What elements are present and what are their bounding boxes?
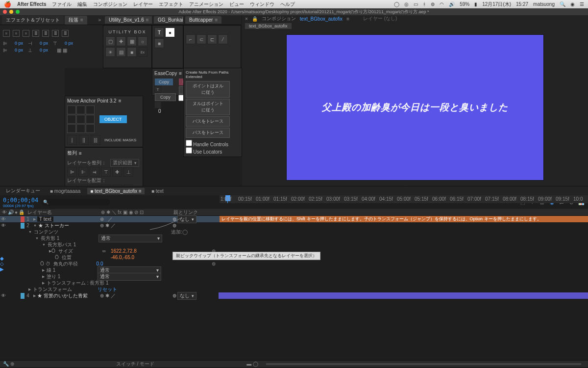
anchor-x1[interactable]: | <box>67 135 77 145</box>
panel-menu-icon[interactable]: » <box>98 17 101 23</box>
util-btn-7[interactable]: ■ <box>127 47 137 57</box>
display-icon[interactable]: ▭ <box>414 1 418 7</box>
paragraph-tab[interactable]: 段落 ≡ <box>65 16 87 25</box>
time-ruler[interactable]: 1:00f 00:15f 01:00f 01:15f 02:00f 02:15f… <box>220 195 588 203</box>
comp-back-icon[interactable]: × <box>245 16 248 22</box>
layer-rectpath[interactable]: ▼ 長方形パス 1 <box>0 241 588 248</box>
indent-left[interactable]: 0 px <box>15 41 23 46</box>
align-right-icon[interactable]: ≡ <box>23 30 29 37</box>
util-btn-3[interactable]: ▦ <box>127 36 137 46</box>
utility-tab[interactable]: Utility_Box_v1.6 ≡ <box>105 16 153 24</box>
search-icon[interactable]: 🔍 <box>560 1 565 7</box>
wifi2-icon[interactable]: ◠ <box>440 1 444 7</box>
tl-tab-text[interactable]: ■ text <box>148 188 167 194</box>
user[interactable]: matsuong <box>533 1 555 7</box>
layer-fill[interactable]: ▶ 塗り 1 通常 ▾ <box>0 273 588 280</box>
timeline-zoom-slider[interactable] <box>266 363 581 365</box>
comp-name[interactable]: text_BGbox_autofix <box>300 16 343 22</box>
bluetooth-icon[interactable]: ᚼ <box>423 1 426 7</box>
anchor-tr[interactable] <box>86 105 95 114</box>
justify-right-icon[interactable]: ≣ <box>52 30 59 37</box>
align-top-btn[interactable]: ⊤ <box>101 167 111 177</box>
zoom-out-icon[interactable]: ▬ ◯ <box>246 361 258 367</box>
toggle-switches-icon[interactable]: 🔧 ⊕ <box>3 361 14 367</box>
time[interactable]: 15:27 <box>516 1 528 7</box>
parent-dropdown-4[interactable]: なし ▾ <box>177 292 196 300</box>
wifi-icon[interactable]: ⊚ <box>431 1 435 7</box>
menu-composition[interactable]: コンポジション <box>93 1 127 8</box>
window-minimize[interactable] <box>9 10 13 14</box>
tl-tab-autofix[interactable]: ■ text_BGbox_autofix ≡ <box>87 188 145 194</box>
null-btn-4[interactable]: パスをトレース <box>186 128 230 138</box>
gg-bunkai-tab[interactable]: GG_Bunkai <box>154 16 187 24</box>
layer-transform-rect[interactable]: ▶ トランスフォーム : 長方形 1 <box>0 280 588 286</box>
anchor-object-btn[interactable]: OBJECT <box>99 115 127 123</box>
menu-animation[interactable]: アニメーション <box>189 1 223 8</box>
layer-contents[interactable]: ▼ コンテンツ 追加: ◯ <box>0 229 588 235</box>
notif-icon[interactable]: ☰ <box>580 1 584 7</box>
anchor-bc[interactable] <box>76 124 85 133</box>
cap-butt-icon[interactable]: ⌐ <box>186 34 196 44</box>
apple-icon[interactable]: 🍎 <box>4 1 11 8</box>
locator-check[interactable] <box>186 147 192 154</box>
parent-dropdown-1[interactable]: なし ▾ <box>177 215 196 223</box>
ease-t-btn[interactable]: T <box>154 86 161 93</box>
null-btn-3[interactable]: パスをトレース <box>186 116 230 127</box>
comp-chip[interactable]: text_BGbox_autofix <box>245 23 292 29</box>
space-after[interactable]: 0 px <box>40 48 48 53</box>
space-before[interactable]: 0 px <box>65 41 73 46</box>
gg-text-icon[interactable]: T <box>154 27 164 37</box>
gg-square-icon[interactable]: ■ <box>154 38 164 48</box>
align-center-icon[interactable]: ≡ <box>13 30 20 37</box>
anchor-x2[interactable]: || <box>79 135 89 145</box>
buttcapper-tab[interactable]: Buttcapper ≡ <box>185 16 221 24</box>
cap-square-icon[interactable]: ⊏ <box>207 34 217 44</box>
battery-icon[interactable]: ▮ <box>474 1 477 7</box>
menu-window[interactable]: ウィンドウ <box>250 1 274 8</box>
anchor-tc[interactable] <box>76 105 85 114</box>
circle-icon[interactable]: ◯ <box>394 1 399 7</box>
cap-link-icon[interactable]: ⁄ <box>218 34 228 44</box>
prop-roundness[interactable]: ◆ ◇ ▶ Ö ⏱ 角丸の半径 0.0 ⊚ <box>0 261 588 267</box>
include-masks[interactable]: INCLUDE MASKS <box>104 138 136 142</box>
anchor-ml[interactable] <box>67 115 76 124</box>
canvas[interactable]: 父上殿の加齢臭が今日は一段と臭いました <box>287 35 543 180</box>
switch-mode-toggle[interactable]: スイッチ / モード <box>116 361 154 368</box>
align-right-btn[interactable]: ⫤ <box>90 167 99 177</box>
null-btn-2[interactable]: ヌルはポイントに従う <box>186 99 230 115</box>
tl-tab-mogrt[interactable]: ■ mogrtaaaaa <box>47 188 83 194</box>
fx-preset-tab[interactable]: エフェクト＆プリセット <box>2 16 64 25</box>
siri-icon[interactable]: ◉ <box>570 1 575 7</box>
comp-lock-icon[interactable]: 🔒 <box>252 16 258 22</box>
menu-help[interactable]: ヘルプ <box>280 1 295 8</box>
composition-viewer[interactable]: 父上殿の加齢臭が今日は一段と臭いました <box>242 30 588 185</box>
indent-right[interactable]: 0 px <box>40 41 48 46</box>
layer-2[interactable]: 👁 2 ▼★ ストーカー ⊕ ✱ ／ ⊚ <box>0 222 588 229</box>
tl-tab-render[interactable]: レンダーキュー <box>3 187 43 195</box>
util-btn-8[interactable]: Ex <box>138 47 147 57</box>
menu-view[interactable]: ビュー <box>229 1 244 8</box>
anchor-mc[interactable] <box>76 115 85 124</box>
layer-rect1[interactable]: ▼ 長方形 1 通常 ▾ <box>0 235 588 241</box>
hyphen-icon[interactable]: ▦ ▦ <box>57 48 67 53</box>
null-btn-1[interactable]: ポイントはヌルに従う <box>186 81 230 98</box>
layer-search[interactable] <box>41 199 110 206</box>
handle-check[interactable] <box>186 140 192 146</box>
timecode[interactable]: 0;00;00;04 <box>3 197 38 204</box>
window-maximize[interactable] <box>16 10 20 14</box>
layer-stroke[interactable]: ▶ 線 1 通常 ▾ <box>0 267 588 273</box>
justify-left-icon[interactable]: ≣ <box>32 30 39 37</box>
util-btn-6[interactable]: ▤ <box>116 47 126 57</box>
gg-circle-icon[interactable]: ● <box>165 27 175 37</box>
anchor-br[interactable] <box>86 124 95 133</box>
first-indent[interactable]: 0 px <box>15 48 23 53</box>
menu-effect[interactable]: エフェクト <box>159 1 183 8</box>
align-bottom-btn[interactable]: ⊥ <box>123 167 133 177</box>
window-close[interactable] <box>3 10 7 14</box>
util-btn-5[interactable]: ☀ <box>105 47 115 57</box>
add-contents-btn[interactable]: ◯ <box>182 229 188 235</box>
pickwhip-icon-2[interactable]: ⊚ <box>172 223 176 228</box>
layer-4[interactable]: 👁 4 ▶★ 背景のいかした青紫 ⊕ ✱ ／ ⊚ なし ▾ <box>0 292 588 299</box>
ease-copy-btn[interactable]: Copy <box>155 93 176 101</box>
pickwhip-icon[interactable]: ⊚ <box>172 216 176 222</box>
